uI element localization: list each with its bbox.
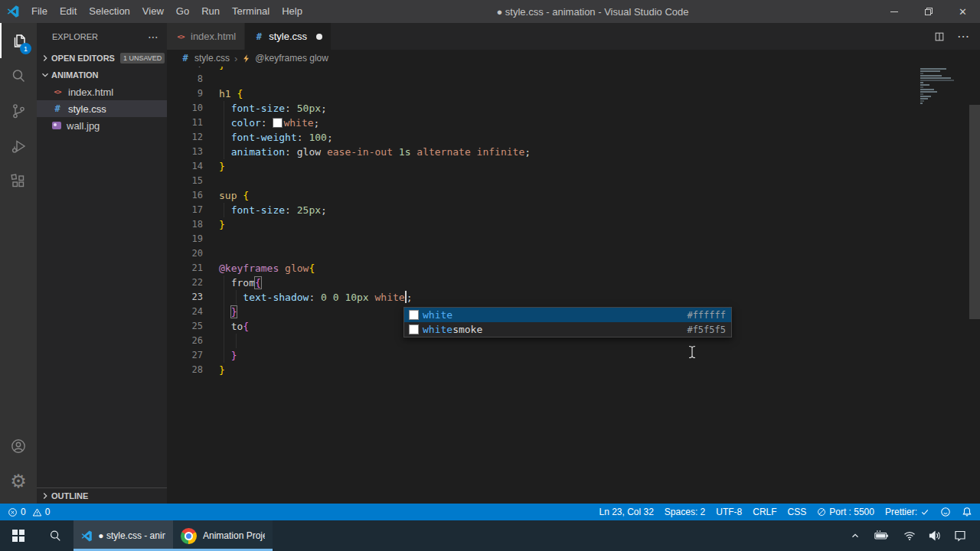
source-control-icon[interactable] [0, 93, 37, 129]
line-number: 22 [167, 276, 203, 290]
split-editor-icon[interactable] [934, 31, 945, 42]
suggestion-label: white [423, 309, 452, 321]
code-text: sup { [203, 188, 249, 203]
more-actions-icon[interactable]: ⋯ [957, 29, 969, 44]
breadcrumb-file[interactable]: style.css [194, 53, 230, 64]
code-token: 100 [309, 132, 326, 143]
code-line-14[interactable]: 14} [167, 159, 980, 174]
code-line-27[interactable]: 27 } [167, 348, 980, 363]
close-button[interactable]: ✕ [946, 0, 980, 23]
line-number: 11 [167, 116, 203, 130]
more-actions-icon[interactable]: ⋯ [148, 31, 159, 43]
minimap-line [920, 93, 923, 95]
restore-icon [924, 7, 933, 16]
minimap-line [920, 68, 946, 70]
restore-button[interactable] [911, 0, 946, 23]
vertical-scrollbar[interactable] [969, 105, 980, 319]
feedback-icon[interactable] [940, 507, 951, 517]
taskbar-chrome-button[interactable]: Animation Projects ... [173, 520, 273, 551]
settings-gear-icon[interactable]: ⚙ [0, 464, 37, 499]
problems-status[interactable]: 0 0 [8, 507, 50, 517]
accounts-icon[interactable] [0, 429, 37, 464]
code-token [219, 306, 231, 318]
code-token: } [219, 67, 225, 70]
code-editor[interactable]: 7}89h1 {10 font-size: 50px;11 color: whi… [167, 67, 980, 504]
code-line-12[interactable]: 12 font-weight: 100; [167, 130, 980, 145]
run-debug-icon[interactable] [0, 129, 37, 164]
file-item-style.css[interactable]: style.css [37, 100, 167, 117]
wifi-icon[interactable] [903, 530, 916, 541]
suggestion-white[interactable]: white#ffffff [404, 308, 731, 322]
action-center-icon[interactable] [954, 530, 966, 542]
code-line-9[interactable]: 9h1 { [167, 86, 980, 101]
html-file-icon [175, 33, 186, 41]
start-button[interactable] [0, 520, 37, 551]
menu-help[interactable]: Help [276, 0, 309, 23]
code-line-7[interactable]: 7} [167, 67, 980, 72]
status-utf-8[interactable]: UTF-8 [716, 507, 742, 517]
code-line-21[interactable]: 21@keyframes glow{ [167, 261, 980, 276]
menu-file[interactable]: File [25, 0, 54, 23]
tab-index-html[interactable]: index.html [167, 23, 245, 50]
suggestion-whitesmoke[interactable]: whitesmoke#f5f5f5 [404, 322, 731, 337]
menu-selection[interactable]: Selection [83, 0, 136, 23]
code-line-22[interactable]: 22 from{ [167, 276, 980, 290]
unsaved-dot-icon[interactable] [316, 34, 322, 40]
file-item-index.html[interactable]: index.html [37, 83, 167, 100]
menu-edit[interactable]: Edit [54, 0, 83, 23]
code-line-8[interactable]: 8 [167, 72, 980, 86]
explorer-icon[interactable]: 1 [0, 23, 37, 58]
prettier-status[interactable]: Prettier: [885, 507, 929, 517]
code-token [327, 292, 333, 303]
taskbar-search-icon[interactable] [37, 520, 74, 551]
file-item-wall.jpg[interactable]: wall.jpg [37, 117, 167, 134]
status-css[interactable]: CSS [788, 507, 807, 517]
code-line-23[interactable]: 23 text-shadow: 0 0 10px white; [167, 290, 980, 305]
status-ln[interactable]: Ln 23, Col 32 [599, 507, 653, 517]
code-line-15[interactable]: 15 [167, 174, 980, 188]
search-icon[interactable] [0, 58, 37, 93]
minimap-line [920, 98, 928, 99]
battery-charging-icon[interactable] [874, 530, 890, 541]
minimize-button[interactable] [877, 0, 911, 23]
file-name: wall.jpg [67, 120, 100, 132]
code-line-13[interactable]: 13 animation: glow ease-in-out 1s altern… [167, 145, 980, 159]
breadcrumb-symbol[interactable]: @keyframes glow [255, 53, 328, 64]
color-swatch-icon [410, 311, 418, 319]
taskbar-vscode-button[interactable]: ● style.css - animati... [74, 520, 173, 551]
code-token: : [261, 117, 267, 129]
port-status[interactable]: Port : 5500 [817, 507, 874, 517]
code-token: white [375, 292, 405, 303]
code-line-10[interactable]: 10 font-size: 50px; [167, 101, 980, 116]
breadcrumb[interactable]: style.css › @keyframes glow [167, 50, 980, 67]
minimap[interactable] [920, 68, 968, 105]
code-line-18[interactable]: 18} [167, 217, 980, 232]
line-number: 28 [167, 363, 203, 377]
menu-run[interactable]: Run [195, 0, 226, 23]
code-line-19[interactable]: 19 [167, 232, 980, 246]
menu-go[interactable]: Go [170, 0, 195, 23]
code-line-11[interactable]: 11 color: white; [167, 116, 980, 130]
menu-terminal[interactable]: Terminal [226, 0, 276, 23]
code-line-20[interactable]: 20 [167, 246, 980, 261]
line-number: 19 [167, 232, 203, 246]
tray-chevron-up-icon[interactable] [850, 530, 861, 541]
code-token [369, 292, 375, 303]
extensions-icon[interactable] [0, 164, 37, 199]
open-editors-section[interactable]: OPEN EDITORS 1 UNSAVED [37, 50, 167, 67]
menu-view[interactable]: View [136, 0, 170, 23]
folder-section[interactable]: ANIMATION [37, 67, 167, 83]
code-token [267, 117, 273, 129]
line-number: 21 [167, 261, 203, 276]
code-line-28[interactable]: 28} [167, 363, 980, 377]
code-line-17[interactable]: 17 font-size: 25px; [167, 203, 980, 217]
tab-style-css[interactable]: style.css [245, 23, 332, 50]
volume-icon[interactable] [929, 530, 941, 541]
status-spaces[interactable]: Spaces: 2 [665, 507, 705, 517]
outline-section[interactable]: OUTLINE [37, 487, 167, 504]
code-line-16[interactable]: 16sup { [167, 188, 980, 203]
notifications-bell-icon[interactable] [962, 507, 972, 517]
file-name: style.css [68, 103, 106, 115]
code-token: { [243, 190, 249, 201]
status-crlf[interactable]: CRLF [753, 507, 776, 517]
